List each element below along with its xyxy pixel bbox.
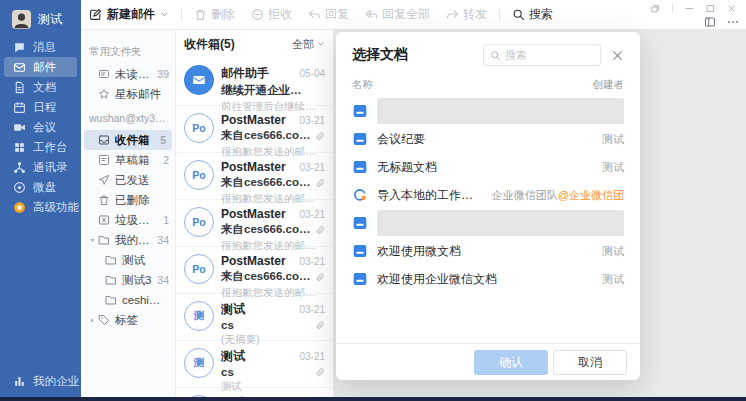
email-list-panel: 收件箱(5) 全部 邮件助手 05-04 继续开通企业微信邮箱服务 前往管理后台…	[176, 30, 333, 397]
sidebar-item[interactable]: 会议	[4, 117, 77, 137]
folder-item[interactable]: 星标邮件	[81, 84, 175, 104]
document-row[interactable]: 欢迎使用微文档 测试	[352, 238, 624, 264]
sidebar-item[interactable]: 消息	[4, 37, 77, 57]
folder-item[interactable]: 我的文件夹 34	[81, 230, 175, 250]
layout-icon	[704, 16, 716, 28]
folder-label: 星标邮件	[115, 87, 166, 102]
document-row[interactable]: 会议纪要 测试	[352, 126, 624, 152]
window-control[interactable]	[704, 16, 716, 28]
sidebar-item-label: 微盘	[33, 180, 56, 195]
email-preview: 前往管理后台继续开通	[221, 100, 325, 114]
email-subject: 来自ces666.com的退信	[221, 222, 311, 237]
document-row[interactable]: 无标题文档 测试	[352, 154, 624, 180]
close-icon[interactable]	[611, 49, 624, 62]
email-preview: 很抱歉您发送的邮件被退回，以下	[221, 145, 325, 159]
document-row[interactable]	[352, 210, 624, 236]
window-control[interactable]	[651, 4, 660, 13]
folder-item[interactable]: 测试3 34	[81, 270, 175, 290]
document-search-input[interactable]	[505, 49, 594, 61]
sidebar-item[interactable]: 日程	[4, 97, 77, 117]
user-profile[interactable]: 测试	[0, 0, 81, 37]
chat-icon	[13, 41, 26, 54]
paperclip-icon	[315, 272, 325, 282]
email-subject: 来自ces666.com的退信	[221, 175, 311, 190]
window-control[interactable]	[727, 16, 739, 28]
toolbar-action[interactable]: 删除	[194, 6, 235, 23]
email-list-item[interactable]: Po PostMaster 03-21 来自ces666.com的退信 很抱歉您…	[176, 105, 333, 152]
toolbar-action[interactable]: 回复全部	[365, 6, 430, 23]
document-name: 欢迎使用企业微信文档	[377, 271, 593, 288]
folder-label: 未读邮件	[115, 67, 154, 82]
email-list-item[interactable]: Po PostMaster 03-21 来自ces666.com的退信 很抱歉您…	[176, 199, 333, 246]
email-date: 03-21	[299, 256, 325, 267]
skeleton-bar	[377, 98, 624, 124]
folder-label: 草稿箱	[115, 153, 160, 168]
toolbar-action-label: 拒收	[268, 6, 292, 23]
compose-button[interactable]: 新建邮件	[89, 6, 169, 23]
toolbar-action[interactable]: 转发	[446, 6, 487, 23]
reply-all-icon	[365, 8, 378, 21]
doc-file-icon	[352, 131, 368, 147]
reply-icon	[308, 8, 321, 21]
folder-panel: 常用文件夹 未读邮件 39 星标邮件 wushan@xty321.w... 收件…	[81, 30, 176, 397]
folder-item[interactable]: 已发送	[81, 170, 175, 190]
folder-item[interactable]: 垃圾邮件 1	[81, 210, 175, 230]
mail-toolbar: 新建邮件 删除 拒收 回复 回复全部 转发 搜索	[81, 0, 746, 30]
search-button[interactable]: 搜索	[512, 6, 553, 23]
window-extra-controls	[704, 16, 739, 28]
document-columns: 名称 创建者	[336, 74, 640, 98]
window-control[interactable]	[727, 4, 736, 13]
document-row[interactable]	[352, 98, 624, 124]
folder-item[interactable]: 未读邮件 39	[81, 64, 175, 84]
folder-item[interactable]: 测试	[81, 250, 175, 270]
cancel-button[interactable]: 取消	[553, 350, 627, 375]
toolbar-action[interactable]: 拒收	[251, 6, 292, 23]
search-label: 搜索	[529, 6, 553, 23]
confirm-button[interactable]: 确认	[474, 350, 548, 375]
sidebar-item[interactable]: 通讯录	[4, 157, 77, 177]
document-row[interactable]: 欢迎使用企业微信文档 测试	[352, 266, 624, 292]
email-list-item[interactable]: Po PostMaster 03-21 来自ces666.com的退信 很抱歉您…	[176, 152, 333, 199]
email-list-item[interactable]: 邮件助手 05-04 继续开通企业微信邮箱服务 前往管理后台继续开通	[176, 58, 333, 105]
folder-label: 已删除	[115, 193, 166, 208]
maximize-icon	[706, 4, 715, 13]
email-list-item[interactable]: 测 测试 03-21 cs (无摘要)	[176, 293, 333, 340]
folder-count: 1	[163, 214, 169, 226]
email-subject: 继续开通企业微信邮箱服务	[221, 83, 311, 98]
sidebar-nav: 消息 邮件 文档 日程 会议 工作台 通讯录 微盘 高级功能	[0, 37, 81, 217]
sidebar-item[interactable]: 邮件	[4, 57, 77, 77]
document-creator: 测试	[602, 132, 624, 147]
sidebar-item[interactable]: 工作台	[4, 137, 77, 157]
window-control[interactable]	[672, 3, 673, 13]
folder-item[interactable]: 标签	[81, 310, 175, 330]
folder-item[interactable]: 收件箱 5	[84, 130, 172, 150]
search-icon	[512, 8, 525, 21]
sidebar-item[interactable]: 文档	[4, 77, 77, 97]
sidebar-item-label: 会议	[33, 120, 56, 135]
email-list-item[interactable]: 测 测试 03-21 cs 测试	[176, 340, 333, 387]
folder-item[interactable]: ceshishanch...	[81, 290, 175, 310]
window-control[interactable]	[706, 4, 715, 13]
folder-item[interactable]: 草稿箱 2	[81, 150, 175, 170]
folder-item[interactable]: wushan@xty321.w...	[81, 106, 175, 130]
sender-avatar: Po	[184, 207, 214, 237]
spam-icon	[98, 214, 110, 226]
folder-item[interactable]: 常用文件夹	[81, 40, 175, 64]
toolbar-action[interactable]: 回复	[308, 6, 349, 23]
sender-avatar: Po	[184, 160, 214, 190]
document-name: 无标题文档	[377, 159, 593, 176]
trash-icon	[194, 8, 207, 21]
email-date: 03-21	[299, 209, 325, 220]
toolbar-action-label: 删除	[211, 6, 235, 23]
email-list-item[interactable]: Po PostMaster 03-21 来自ces666.com的退信 很抱歉您…	[176, 246, 333, 293]
window-control[interactable]	[685, 4, 694, 13]
folder-count: 34	[157, 234, 169, 246]
document-row[interactable]: 导入本地的工作文档 企业微信团队@企业微信团	[352, 182, 624, 208]
sidebar-item[interactable]: 微盘	[4, 177, 77, 197]
email-sender: 邮件助手	[221, 65, 295, 82]
sidebar-item-my-company[interactable]: 我的企业	[0, 374, 81, 389]
document-search-box	[483, 44, 601, 66]
filter-dropdown[interactable]: 全部	[292, 37, 325, 52]
folder-item[interactable]: 已删除	[81, 190, 175, 210]
sidebar-item[interactable]: 高级功能	[4, 197, 77, 217]
